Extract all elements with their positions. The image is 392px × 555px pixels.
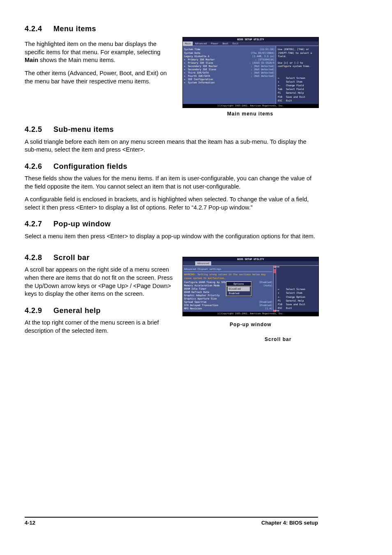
bios-menubar: MainAdvancedPowerBootExit [183,41,318,46]
section-4-2-7: 4.2.7Pop-up window Select a menu item th… [25,219,318,240]
para: A configurable field is enclosed in brac… [25,196,318,212]
page-footer: 4-12 Chapter 4: BIOS setup [25,519,318,527]
para: Select a menu item then press <Enter> to… [25,233,318,241]
bios-screenshot-main: BIOS SETUP UTILITY MainAdvancedPowerBoot… [182,37,319,108]
section-4-2-8: 4.2.8Scroll bar A scroll bar appears on … [25,253,175,298]
bios-scrollbar: \u25B2 \u25BC [273,266,276,312]
section-4-2-5: 4.2.5Sub-menu items A solid triangle bef… [25,124,318,154]
bios-popup: Options DisabledEnabled [226,281,251,296]
section-4-2-4: 4.2.4Menu items The highlighted item on … [25,24,318,117]
callout-scrollbar: Scroll bar [265,336,318,343]
bios-menubar: Advanced [183,261,318,266]
figure-caption: Main menu items [182,111,318,117]
heading-4-2-4: 4.2.4Menu items [25,24,318,34]
bios-screenshot-advanced: BIOS SETUP UTILITY Advanced Advanced Chi… [182,257,319,316]
para: A solid triangle before each item on any… [25,138,318,154]
section-4-2-9: 4.2.9General help At the top right corne… [25,306,175,335]
para: The highlighted item on the menu bar dis… [25,40,175,64]
heading-4-2-5: 4.2.5Sub-menu items [25,124,318,134]
chapter-label: Chapter 4: BIOS setup [261,519,318,527]
page-number: 4-12 [25,519,35,527]
callout-popup: Pop-up window [230,321,318,328]
para: At the top right corner of the menu scre… [25,319,175,335]
heading-4-2-8: 4.2.8Scroll bar [25,253,175,263]
para: A scroll bar appears on the right side o… [25,266,175,298]
para: These fields show the values for the men… [25,175,318,191]
para: The other items (Advanced, Power, Boot, … [25,69,175,85]
heading-4-2-9: 4.2.9General help [25,306,175,315]
heading-4-2-7: 4.2.7Pop-up window [25,219,318,229]
section-4-2-6: 4.2.6Configuration fields These fields s… [25,161,318,212]
heading-4-2-6: 4.2.6Configuration fields [25,161,318,171]
